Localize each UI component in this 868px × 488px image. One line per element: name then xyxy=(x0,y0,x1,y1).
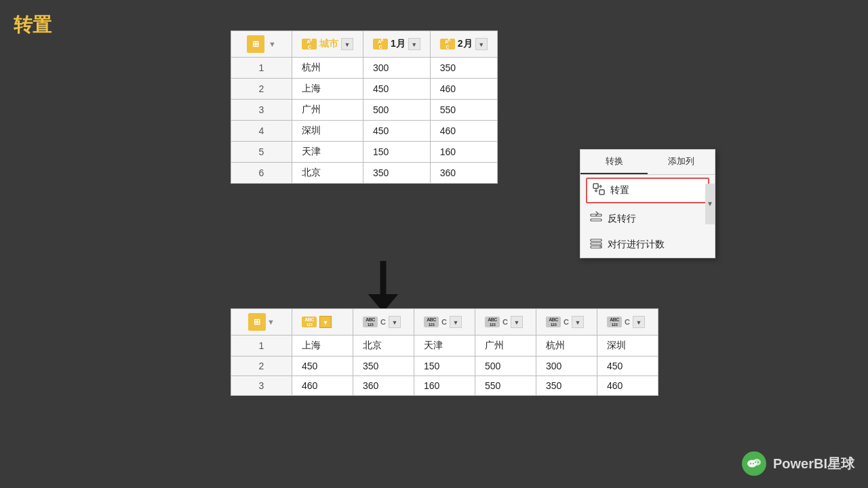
menu-item-count-rows[interactable]: # 对行进行计数 xyxy=(580,232,715,258)
bottom-table-icon-header[interactable]: ⊞▼ xyxy=(231,309,292,336)
cell-m2: 460 xyxy=(430,121,497,142)
row-num: 3 xyxy=(231,100,292,121)
table-row: 6 北京 350 360 xyxy=(231,163,498,184)
bottom-cell-3-4: 350 xyxy=(536,376,597,396)
count-rows-icon: # xyxy=(590,237,602,252)
cell-m2: 350 xyxy=(430,58,497,79)
cell-city: 天津 xyxy=(292,142,363,163)
grid-icon-bottom: ⊞ xyxy=(248,313,266,331)
svg-point-14 xyxy=(753,463,754,464)
cell-city: 深圳 xyxy=(292,121,363,142)
dropdown-bottom-2[interactable]: ▼ xyxy=(450,316,462,328)
cell-m2: 160 xyxy=(430,142,497,163)
col-label-city: 城市 xyxy=(319,38,338,50)
abc-icon-bottom-5: ABC123 xyxy=(607,317,622,327)
bottom-col-header-1[interactable]: ABC123 C ▼ xyxy=(353,309,414,336)
abc-icon-bottom-0: ABC123 xyxy=(302,317,317,327)
menu-popup: 转换 添加列 转置 反转行 xyxy=(580,149,715,258)
col-abbr-1: C xyxy=(380,318,386,326)
cell-m1: 500 xyxy=(363,100,431,121)
row-num: 2 xyxy=(231,357,292,376)
bottom-cell-1-3: 广州 xyxy=(475,336,536,357)
menu-scroll[interactable]: ▼ xyxy=(705,184,715,224)
cell-city: 上海 xyxy=(292,79,363,100)
col-header-city[interactable]: ABC 城市 ▼ xyxy=(292,31,363,58)
menu-item-reverse-rows[interactable]: 反转行 xyxy=(580,206,715,232)
menu-label-count: 对行进行计数 xyxy=(608,239,665,251)
bottom-cell-2-4: 300 xyxy=(536,357,597,376)
page-title: 转置 xyxy=(14,12,52,38)
abc-icon-bottom-3: ABC123 xyxy=(485,317,500,327)
tab-transform[interactable]: 转换 xyxy=(580,150,648,174)
cell-m1: 150 xyxy=(363,142,431,163)
row-num: 6 xyxy=(231,163,292,184)
cell-m1: 300 xyxy=(363,58,431,79)
bottom-table-row: 1上海北京天津广州杭州深圳 xyxy=(231,336,658,357)
svg-point-15 xyxy=(755,462,756,463)
table-icon-header[interactable]: ⊞ ▼ xyxy=(231,31,292,58)
bottom-cell-1-1: 北京 xyxy=(353,336,414,357)
dropdown-bottom-5[interactable]: ▼ xyxy=(633,316,645,328)
bottom-cell-1-5: 深圳 xyxy=(597,336,658,357)
dropdown-bottom-4[interactable]: ▼ xyxy=(572,316,584,328)
watermark: PowerBI星球 xyxy=(742,451,854,476)
svg-point-16 xyxy=(757,462,759,463)
bottom-col-header-2[interactable]: ABC123 C ▼ xyxy=(414,309,475,336)
row-num: 3 xyxy=(231,376,292,396)
cell-m2: 550 xyxy=(430,100,497,121)
bottom-table-row: 3460360160550350460 xyxy=(231,376,658,396)
col-abbr-4: C xyxy=(564,318,569,326)
cell-m2: 360 xyxy=(430,163,497,184)
svg-rect-2 xyxy=(599,190,604,195)
cell-m2: 460 xyxy=(430,79,497,100)
col-header-m1[interactable]: ABC 1月 ▼ xyxy=(363,31,431,58)
bottom-col-header-3[interactable]: ABC123 C ▼ xyxy=(475,309,536,336)
dropdown-m2[interactable]: ▼ xyxy=(475,38,488,50)
bottom-cell-1-2: 天津 xyxy=(414,336,475,357)
row-num: 2 xyxy=(231,79,292,100)
col-abbr-3: C xyxy=(502,318,508,326)
bottom-col-header-0[interactable]: ABC123 ▼ xyxy=(292,309,353,336)
col-abbr-2: C xyxy=(441,318,447,326)
menu-item-transpose[interactable]: 转置 xyxy=(586,178,709,203)
dropdown-bottom-3[interactable]: ▼ xyxy=(511,316,523,328)
dropdown-bottom-0[interactable]: ▼ xyxy=(319,316,332,328)
tab-add-column[interactable]: 添加列 xyxy=(648,150,715,174)
col-label-m2: 2月 xyxy=(458,38,473,50)
bottom-cell-2-5: 450 xyxy=(597,357,658,376)
abc-icon-m2: ABC xyxy=(440,39,455,49)
reverse-rows-icon xyxy=(590,211,602,226)
cell-city: 广州 xyxy=(292,100,363,121)
menu-label-transpose: 转置 xyxy=(610,184,629,197)
abc-icon-bottom-2: ABC123 xyxy=(424,317,439,327)
cell-m1: 450 xyxy=(363,121,431,142)
table-row: 2 上海 450 460 xyxy=(231,79,498,100)
row-num: 4 xyxy=(231,121,292,142)
abc-icon-bottom-4: ABC123 xyxy=(546,317,561,327)
bottom-cell-2-3: 500 xyxy=(475,357,536,376)
bottom-cell-3-3: 550 xyxy=(475,376,536,396)
col-header-m2[interactable]: ABC 2月 ▼ xyxy=(430,31,497,58)
bottom-cell-1-0: 上海 xyxy=(292,336,353,357)
svg-marker-0 xyxy=(368,261,398,312)
svg-rect-7 xyxy=(591,239,601,241)
bottom-cell-3-5: 460 xyxy=(597,376,658,396)
bottom-col-header-4[interactable]: ABC123 C ▼ xyxy=(536,309,597,336)
dropdown-m1[interactable]: ▼ xyxy=(408,38,420,50)
abc-icon-m1: ABC xyxy=(373,39,388,49)
top-table: ⊞ ▼ ABC 城市 ▼ ABC 1月 ▼ xyxy=(231,30,498,184)
cell-m1: 450 xyxy=(363,79,431,100)
svg-rect-1 xyxy=(593,184,598,188)
bottom-cell-3-2: 160 xyxy=(414,376,475,396)
wechat-icon xyxy=(742,451,766,476)
bottom-col-header-5[interactable]: ABC123 C ▼ xyxy=(597,309,658,336)
svg-point-13 xyxy=(750,463,751,464)
dropdown-city[interactable]: ▼ xyxy=(341,38,353,50)
cell-city: 北京 xyxy=(292,163,363,184)
menu-label-reverse: 反转行 xyxy=(608,213,636,225)
dropdown-bottom-1[interactable]: ▼ xyxy=(389,316,401,328)
bottom-cell-3-1: 360 xyxy=(353,376,414,396)
cell-m1: 350 xyxy=(363,163,431,184)
transpose-icon xyxy=(593,183,605,198)
bottom-cell-1-4: 杭州 xyxy=(536,336,597,357)
